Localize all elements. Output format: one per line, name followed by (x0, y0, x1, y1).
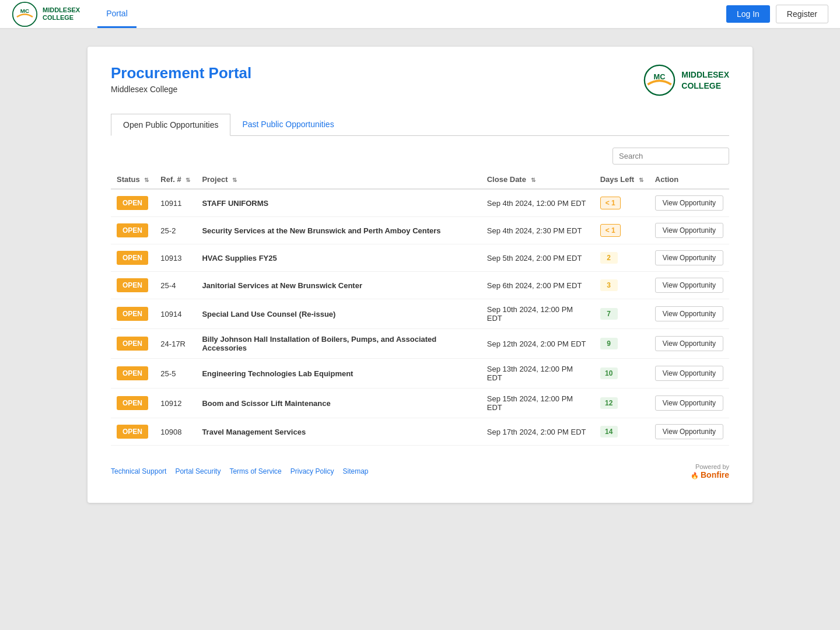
table-row: OPEN 24-17R Billy Johnson Hall Installat… (111, 329, 729, 359)
cell-closedate-7: Sep 15th 2024, 12:00 PM EDT (481, 388, 594, 418)
days-badge: 7 (600, 308, 618, 320)
cell-closedate-0: Sep 4th 2024, 12:00 PM EDT (481, 189, 594, 217)
view-opportunity-button[interactable]: View Opportunity (655, 195, 723, 211)
cell-status-0: OPEN (111, 189, 155, 217)
view-opportunity-button[interactable]: View Opportunity (655, 250, 723, 265)
cell-project-7: Boom and Scissor Lift Maintenance (196, 388, 481, 418)
cell-status-4: OPEN (111, 299, 155, 329)
cell-project-3: Janitorial Services at New Brunswick Cen… (196, 272, 481, 299)
cell-ref-1: 25-2 (155, 217, 196, 244)
sort-icon-closedate[interactable]: ⇅ (531, 177, 536, 183)
status-badge: OPEN (117, 366, 148, 380)
cell-project-1: Security Services at the New Brunswick a… (196, 217, 481, 244)
portal-header: Procurement Portal Middlesex College MC … (111, 64, 729, 96)
sort-icon-project[interactable]: ⇅ (232, 177, 237, 183)
cell-ref-6: 25-5 (155, 359, 196, 388)
cell-action-0: View Opportunity (649, 189, 729, 217)
search-input[interactable] (612, 148, 729, 164)
footer-link[interactable]: Technical Support (111, 467, 166, 475)
svg-text:MC: MC (20, 7, 29, 13)
cell-project-4: Special Land Use Counsel (Re-issue) (196, 299, 481, 329)
cell-daysleft-1: < 1 (594, 217, 649, 244)
days-badge: < 1 (600, 197, 621, 209)
cell-daysleft-8: 14 (594, 418, 649, 446)
view-opportunity-button[interactable]: View Opportunity (655, 424, 723, 439)
status-badge: OPEN (117, 337, 148, 351)
cell-closedate-6: Sep 13th 2024, 12:00 PM EDT (481, 359, 594, 388)
top-navigation: MC MIDDLESEX COLLEGE Portal Log In Regis… (0, 0, 840, 29)
view-opportunity-button[interactable]: View Opportunity (655, 396, 723, 411)
view-opportunity-button[interactable]: View Opportunity (655, 366, 723, 381)
college-logo-right: MC MIDDLESEX COLLEGE (643, 64, 729, 96)
portal-header-left: Procurement Portal Middlesex College (111, 64, 251, 94)
cell-project-6: Engineering Technologies Lab Equipment (196, 359, 481, 388)
cell-daysleft-2: 2 (594, 244, 649, 272)
college-name-right: MIDDLESEX COLLEGE (681, 69, 729, 90)
view-opportunity-button[interactable]: View Opportunity (655, 306, 723, 321)
cell-daysleft-7: 12 (594, 388, 649, 418)
view-opportunity-button[interactable]: View Opportunity (655, 336, 723, 351)
cell-status-5: OPEN (111, 329, 155, 359)
tab-open-opportunities[interactable]: Open Public Opportunities (111, 114, 230, 136)
cell-ref-5: 24-17R (155, 329, 196, 359)
cell-daysleft-0: < 1 (594, 189, 649, 217)
cell-ref-0: 10911 (155, 189, 196, 217)
sort-icon-status[interactable]: ⇅ (144, 177, 149, 183)
main-container: Procurement Portal Middlesex College MC … (88, 47, 752, 503)
cell-daysleft-4: 7 (594, 299, 649, 329)
days-badge: < 1 (600, 224, 621, 237)
status-badge: OPEN (117, 223, 148, 237)
logo-link[interactable]: MC MIDDLESEX COLLEGE (12, 1, 80, 27)
cell-daysleft-6: 10 (594, 359, 649, 388)
cell-status-7: OPEN (111, 388, 155, 418)
days-badge: 12 (600, 397, 618, 409)
portal-title: Procurement Portal (111, 64, 251, 82)
cell-ref-8: 10908 (155, 418, 196, 446)
mc-logo-icon: MC (12, 1, 38, 27)
nav-actions: Log In Register (726, 5, 828, 23)
cell-action-1: View Opportunity (649, 217, 729, 244)
nav-links: Portal (97, 0, 136, 28)
tabs-container: Open Public Opportunities Past Public Op… (111, 114, 729, 136)
logo-text: MIDDLESEX COLLEGE (43, 6, 80, 22)
cell-project-5: Billy Johnson Hall Installation of Boile… (196, 329, 481, 359)
footer-link[interactable]: Sitemap (342, 467, 368, 475)
status-badge: OPEN (117, 196, 148, 210)
sort-icon-daysleft[interactable]: ⇅ (639, 177, 643, 183)
search-row (111, 148, 729, 164)
col-close-date: Close Date ⇅ (481, 170, 594, 189)
nav-link-portal[interactable]: Portal (97, 0, 136, 28)
cell-status-6: OPEN (111, 359, 155, 388)
cell-closedate-1: Sep 4th 2024, 2:30 PM EDT (481, 217, 594, 244)
days-badge: 14 (600, 426, 618, 438)
cell-action-3: View Opportunity (649, 272, 729, 299)
days-badge: 9 (600, 338, 618, 349)
cell-action-4: View Opportunity (649, 299, 729, 329)
table-row: OPEN 25-5 Engineering Technologies Lab E… (111, 359, 729, 388)
days-badge: 2 (600, 252, 618, 264)
sort-icon-ref[interactable]: ⇅ (186, 177, 190, 183)
cell-daysleft-3: 3 (594, 272, 649, 299)
footer-link[interactable]: Terms of Service (229, 467, 281, 475)
tab-past-opportunities[interactable]: Past Public Opportunities (230, 114, 345, 136)
cell-closedate-2: Sep 5th 2024, 2:00 PM EDT (481, 244, 594, 272)
status-badge: OPEN (117, 278, 148, 292)
footer-link[interactable]: Privacy Policy (290, 467, 334, 475)
view-opportunity-button[interactable]: View Opportunity (655, 278, 723, 293)
cell-status-3: OPEN (111, 272, 155, 299)
col-days-left: Days Left ⇅ (594, 170, 649, 189)
col-action: Action (649, 170, 729, 189)
cell-status-1: OPEN (111, 217, 155, 244)
cell-closedate-8: Sep 17th 2024, 2:00 PM EDT (481, 418, 594, 446)
register-button[interactable]: Register (776, 5, 828, 23)
table-row: OPEN 10912 Boom and Scissor Lift Mainten… (111, 388, 729, 418)
col-ref: Ref. # ⇅ (155, 170, 196, 189)
view-opportunity-button[interactable]: View Opportunity (655, 223, 723, 238)
opportunities-table: Status ⇅ Ref. # ⇅ Project ⇅ Close Date ⇅… (111, 170, 729, 446)
cell-ref-7: 10912 (155, 388, 196, 418)
cell-daysleft-5: 9 (594, 329, 649, 359)
footer-link[interactable]: Portal Security (175, 467, 220, 475)
login-button[interactable]: Log In (726, 5, 770, 23)
cell-action-6: View Opportunity (649, 359, 729, 388)
cell-status-2: OPEN (111, 244, 155, 272)
